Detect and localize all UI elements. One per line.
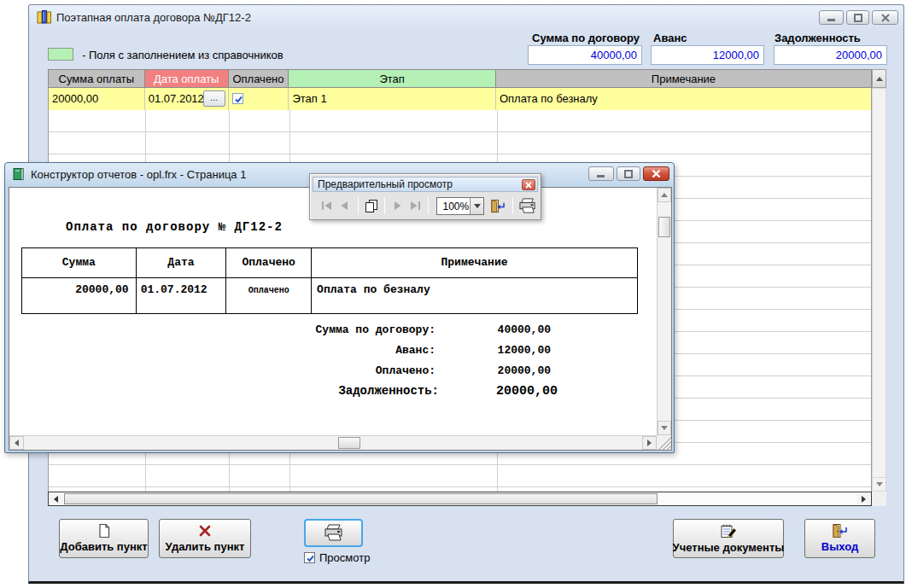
report-page: Оплата по договору № ДГ12-2 Сумма Дата О…	[9, 187, 672, 451]
report-book-icon	[12, 167, 26, 181]
report-scroll-left-button[interactable]	[9, 436, 24, 450]
scrollbar-thumb[interactable]	[64, 493, 658, 504]
report-vertical-scrollbar[interactable]	[657, 188, 671, 435]
summary-label: Оплачено:	[376, 364, 435, 377]
summary-label: Аванс:	[395, 344, 435, 357]
new-document-icon	[96, 523, 112, 539]
zoom-dropdown-button[interactable]	[470, 198, 483, 214]
preview-toolbar-close-button[interactable]	[522, 179, 535, 190]
summary-value: 40000,00	[498, 323, 551, 336]
report-horizontal-scrollbar[interactable]	[9, 435, 657, 450]
preview-checkbox-label: Просмотр	[319, 551, 370, 564]
toolbar-separator	[428, 197, 429, 214]
close-preview-button[interactable]	[488, 196, 508, 215]
scrollbar-corner	[872, 492, 886, 506]
preview-toolbar-titlebar[interactable]: Предварительный просмотр	[313, 177, 538, 192]
report-table: Сумма Дата Оплачено Примечание 20000,00 …	[21, 247, 638, 314]
contract-sum-label: Сумма по договору	[532, 32, 640, 44]
next-page-icon	[393, 201, 403, 211]
table-row: 20000,00 01.07.2012 ... Этап 1 Оплата по…	[49, 88, 871, 110]
legend-green-swatch	[48, 48, 73, 61]
date-picker-button[interactable]: ...	[203, 90, 225, 107]
zoom-combobox[interactable]: 100%	[436, 197, 484, 215]
report-scroll-up-button[interactable]	[658, 188, 671, 202]
accounting-documents-button[interactable]: Учетные документы	[673, 519, 784, 558]
toolbar-separator	[358, 197, 359, 214]
main-window-title: Поэтапная оплата договора №ДГ12-2	[56, 11, 251, 24]
debt-field[interactable]: 20000,00	[774, 45, 887, 65]
horizontal-scrollbar[interactable]	[48, 492, 872, 506]
report-scroll-right-button[interactable]	[642, 436, 657, 450]
red-x-icon	[197, 523, 213, 539]
next-page-button[interactable]	[389, 196, 406, 215]
exit-door-icon	[832, 523, 848, 539]
scrollbar-right-button[interactable]	[857, 493, 870, 504]
report-window-title: Конструктор отчетов - opl.frx - Страница…	[31, 168, 246, 181]
delete-item-button[interactable]: Удалить пункт	[159, 519, 251, 558]
close-button[interactable]	[872, 10, 898, 25]
preview-toolbar-title: Предварительный просмотр	[313, 178, 453, 190]
report-header-note: Примечание	[312, 248, 637, 277]
grid-header-row: Сумма оплаты Дата оплаты Оплачено Этап П…	[48, 69, 872, 88]
report-minimize-button[interactable]	[588, 166, 614, 181]
report-cell-note: Оплата по безналу	[312, 278, 637, 313]
advance-label: Аванс	[653, 32, 687, 44]
report-header-date: Дата	[137, 248, 227, 277]
last-page-icon	[409, 201, 421, 211]
report-cell-sum: 20000,00	[22, 278, 137, 313]
main-titlebar[interactable]: Поэтапная оплата договора №ДГ12-2	[29, 5, 903, 29]
report-close-button[interactable]	[643, 166, 669, 181]
report-cell-date: 01.07.2012	[137, 278, 227, 313]
report-doc-title: Оплата по договору № ДГ12-2	[66, 220, 283, 234]
summary-line: Задолженность: 20000,00	[9, 384, 671, 401]
summary-line: Оплачено: 20000,00	[9, 364, 671, 381]
legend-text: - Поля с заполнением из справочников	[82, 49, 283, 61]
report-header-paid: Оплачено	[226, 248, 312, 277]
summary-value: 20000,00	[498, 364, 551, 377]
previous-page-button[interactable]	[336, 196, 353, 215]
print-report-button[interactable]	[517, 196, 538, 215]
paid-checkbox[interactable]	[232, 93, 243, 104]
previous-page-icon	[339, 201, 349, 211]
vertical-scrollbar[interactable]	[872, 88, 886, 492]
cell-amount[interactable]: 20000,00	[49, 88, 145, 110]
scrollbar-up-button[interactable]	[872, 69, 886, 88]
minimize-button[interactable]	[819, 10, 844, 25]
report-vscroll-thumb[interactable]	[658, 217, 670, 237]
cell-note[interactable]: Оплата по безналу	[496, 88, 871, 110]
toolbar-separator	[512, 197, 513, 214]
contract-sum-field[interactable]: 40000,00	[528, 45, 642, 65]
grid-header-paid: Оплачено	[229, 70, 289, 87]
cell-date[interactable]: 01.07.2012 ...	[145, 88, 229, 110]
report-scroll-down-button[interactable]	[658, 421, 671, 435]
cell-stage[interactable]: Этап 1	[289, 88, 496, 110]
summary-line: Аванс: 12000,00	[9, 344, 671, 361]
last-page-button[interactable]	[406, 196, 424, 215]
report-maximize-button[interactable]	[617, 166, 640, 181]
debt-label: Задолженность	[774, 32, 861, 44]
advance-field[interactable]: 12000,00	[651, 45, 764, 65]
summary-line: Сумма по договору: 40000,00	[9, 323, 671, 341]
preview-checkbox[interactable]	[304, 552, 315, 563]
resize-grip[interactable]	[657, 435, 671, 450]
first-page-button[interactable]	[319, 196, 336, 215]
scrollbar-down-button[interactable]	[872, 477, 886, 492]
add-item-button[interactable]: Добавить пункт	[59, 519, 149, 558]
grid-header-date: Дата оплаты	[145, 70, 229, 87]
cell-paid	[229, 88, 289, 110]
add-item-label: Добавить пункт	[60, 540, 147, 553]
grid-header-stage: Этап	[289, 70, 496, 87]
printer-icon	[324, 524, 344, 542]
report-hscroll-thumb[interactable]	[338, 437, 360, 449]
print-button[interactable]	[304, 519, 363, 547]
summary-label: Сумма по договору:	[316, 323, 435, 336]
grid-header-note: Примечание	[496, 70, 871, 87]
scrollbar-left-button[interactable]	[50, 493, 62, 504]
maximize-button[interactable]	[846, 10, 869, 25]
exit-button[interactable]: Выход	[804, 519, 875, 558]
goto-page-button[interactable]	[363, 196, 380, 215]
exit-label: Выход	[821, 540, 858, 553]
exit-door-icon	[490, 199, 506, 213]
pages-icon	[364, 199, 378, 213]
cell-date-value: 01.07.2012	[149, 92, 204, 105]
